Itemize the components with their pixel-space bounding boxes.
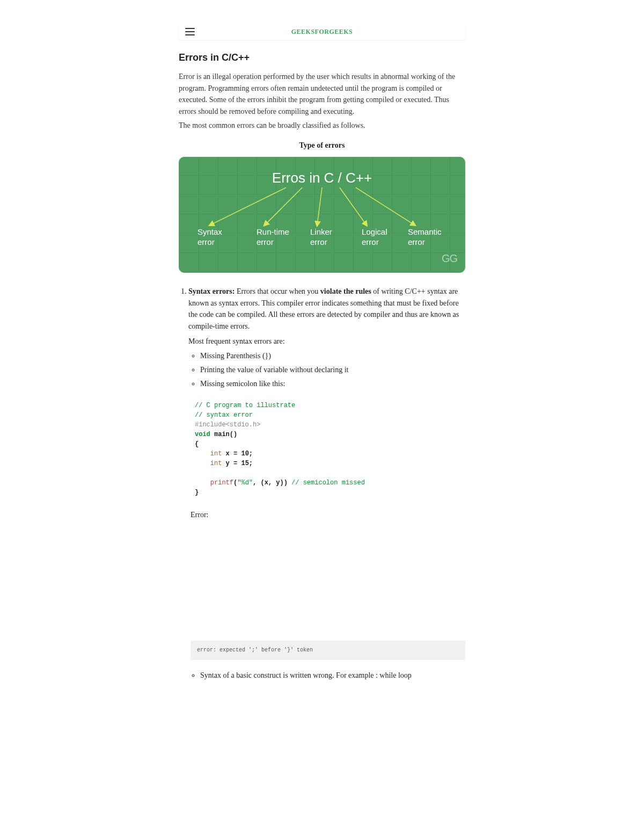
svg-line-2 [317,187,322,225]
svg-line-1 [265,187,302,225]
diagram-arrows [179,157,465,272]
syntax-errors-lead: Syntax errors: [188,287,235,295]
diagram-label-runtime: Run-timeerror [257,227,289,248]
hamburger-menu-icon[interactable] [185,28,195,35]
code-example-1: // C program to illustrate // syntax err… [191,395,465,503]
syntax-frequent-line: Most frequent syntax errors are: [188,336,465,347]
compiler-error-output: error: expected ';' before '}' token [191,641,465,660]
list-item-syntax-errors: Syntax errors: Errors that occur when yo… [188,286,465,681]
error-label: Error: [191,509,465,521]
ad-placeholder [188,524,465,641]
syntax-sub-list: Missing Parenthesis (}) Printing the val… [188,350,465,389]
intro-paragraph-2: The most common errors can be broadly cl… [179,120,465,132]
error-types-list: Syntax errors: Errors that occur when yo… [179,286,465,681]
diagram-label-linker: Linkererror [310,227,332,248]
diagram-label-syntax: Syntaxerror [197,227,222,248]
svg-line-3 [340,187,367,225]
top-bar: GEEKSFORGEEKS [179,24,465,40]
errors-diagram: Erros in C / C++ Syntaxerror Run-timeerr… [179,157,465,273]
diagram-label-logical: Logicalerror [362,227,387,248]
list-item: Printing the value of variable without d… [200,364,465,376]
list-item: Missing Parenthesis (}) [200,350,465,362]
diagram-label-semantic: Semanticerror [408,227,442,248]
list-item: Syntax of a basic construct is written w… [200,670,465,681]
section-subhead: Type of errors [179,140,465,151]
g4g-watermark-icon: GG [442,250,457,267]
brand-title: GEEKSFORGEEKS [179,27,465,37]
intro-paragraph-1: Error is an illegal operation performed … [179,71,465,118]
page-title: Errors in C/C++ [179,50,465,66]
syntax-sub-list-2: Syntax of a basic construct is written w… [188,670,465,681]
list-item: Missing semicolon like this: [200,378,465,390]
svg-line-4 [356,187,415,225]
svg-line-0 [210,187,286,225]
